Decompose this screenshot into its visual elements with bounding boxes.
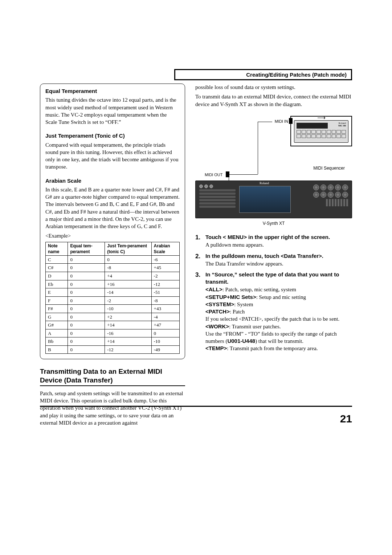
label-work: <WORK> xyxy=(205,323,229,329)
table-cell: -10 xyxy=(151,337,179,346)
midi-sequencer-device: Roland MC-80 xyxy=(294,120,348,143)
midi-sequencer-box: ⟶ Roland MC-80 xyxy=(290,116,352,146)
table-cell: G xyxy=(46,313,68,321)
table-row: E0-14-51 xyxy=(46,288,180,297)
midi-sequencer-caption: MIDI Sequencer xyxy=(313,165,345,171)
footer-rule xyxy=(40,406,352,407)
th-just: Just Tem-perament (tonic C) xyxy=(105,242,151,255)
table-cell: -6 xyxy=(151,255,179,264)
step-3-tail1: If you selected <PATCH>, specify the pat… xyxy=(205,315,352,323)
table-cell: 0 xyxy=(68,305,105,313)
sequencer-brand: Roland MC-80 xyxy=(338,122,346,127)
tuning-info-box: Equal Temperament This tuning divides th… xyxy=(40,84,185,359)
table-cell: +14 xyxy=(105,321,151,329)
synth-brand-top: Roland xyxy=(260,181,269,185)
step-3: In “Source,” select the type of data tha… xyxy=(195,271,352,352)
table-cell: -12 xyxy=(151,280,179,288)
table-cell: F# xyxy=(46,305,68,313)
table-cell: Bb xyxy=(46,337,68,346)
table-cell: +45 xyxy=(151,264,179,272)
table-cell: 0 xyxy=(68,288,105,297)
label-temp: <TEMP> xyxy=(205,345,227,351)
column-right: possible loss of sound data or system se… xyxy=(195,84,352,429)
synth-screen xyxy=(239,186,291,213)
table-cell: A xyxy=(46,329,68,337)
heading-arabian-scale: Arabian Scale xyxy=(45,177,180,185)
cable-segment xyxy=(229,174,258,175)
example-label: <Example> xyxy=(45,232,180,239)
cable-segment xyxy=(258,122,258,174)
desc-system: : System xyxy=(234,301,253,307)
midi-out-label: MIDI OUT xyxy=(205,172,223,178)
sequencer-screen xyxy=(297,123,328,129)
desc-work: : Transmit user patches. xyxy=(229,324,281,329)
table-row: D0+4-2 xyxy=(46,272,180,280)
step-2: In the pulldown menu, touch <Data Transf… xyxy=(195,252,352,268)
page-header: Creating/Editing Patches (Patch mode) xyxy=(174,69,352,80)
table-cell: 0 xyxy=(68,321,105,329)
cable-segment xyxy=(258,122,272,122)
label-all: <ALL> xyxy=(205,286,222,292)
table-cell: G# xyxy=(46,321,68,329)
table-cell: -12 xyxy=(105,345,151,354)
table-row: G0+2-4 xyxy=(46,313,180,321)
text-just-temperament: Compared with equal temperament, the pri… xyxy=(45,141,180,171)
step-1: Touch < MENU> in the upper right of the … xyxy=(195,234,352,249)
table-cell: -10 xyxy=(105,305,151,313)
table-cell: 0 xyxy=(68,329,105,337)
th-equal: Equal tem-perament xyxy=(68,242,105,255)
table-cell: -8 xyxy=(105,264,151,272)
step-3-tail2: Use the “FROM” - “TO” fields to specify … xyxy=(205,330,352,345)
v-synth-xt-device: Roland V-Synth XT xyxy=(195,181,352,218)
th-note: Note name xyxy=(46,242,68,255)
midi-in-port-icon xyxy=(289,118,293,124)
table-cell: +14 xyxy=(105,337,151,346)
text-continuation-1: possible loss of sound data or system se… xyxy=(195,84,352,91)
table-cell: 0 xyxy=(68,255,105,264)
table-cell: 0 xyxy=(68,313,105,321)
table-cell: +47 xyxy=(151,321,179,329)
page-header-title: Creating/Editing Patches (Patch mode) xyxy=(246,72,347,78)
page-number: 21 xyxy=(340,413,352,425)
table-cell: +4 xyxy=(105,272,151,280)
midi-out-port-icon xyxy=(226,171,229,177)
table-row: Bb0+14-10 xyxy=(46,337,180,346)
desc-patch: : Patch xyxy=(230,309,245,315)
table-row: B0-12-49 xyxy=(46,345,180,354)
table-cell: -4 xyxy=(151,313,179,321)
text-arabian-scale: In this scale, E and B are a quarter not… xyxy=(45,186,180,230)
table-cell: 0 xyxy=(68,296,105,305)
step-1-body: A pulldown menu appears. xyxy=(205,241,352,248)
table-cell: +2 xyxy=(105,313,151,321)
step-1-head: Touch < MENU> in the upper right of the … xyxy=(205,234,352,241)
desc-temp: : Transmit patch from the temporary area… xyxy=(227,345,318,351)
step-3-head: In “Source,” select the type of data tha… xyxy=(205,271,352,285)
table-cell: -14 xyxy=(105,288,151,297)
column-left: Equal Temperament This tuning divides th… xyxy=(40,84,185,429)
heading-just-temperament: Just Temperament (Tonic of C) xyxy=(45,132,180,139)
table-row: F#0-10+43 xyxy=(46,305,180,313)
synth-left-panel xyxy=(199,185,236,214)
heading-transmitting-data: Transmitting Data to an External MIDI De… xyxy=(40,367,185,386)
content-columns: Equal Temperament This tuning divides th… xyxy=(40,84,352,429)
desc-setup-mic: : Setup and mic setting xyxy=(256,294,306,300)
synth-right-panel xyxy=(308,185,348,214)
table-row: G#0+14+47 xyxy=(46,321,180,329)
page: Creating/Editing Patches (Patch mode) Eq… xyxy=(0,0,392,450)
table-cell: B xyxy=(46,345,68,354)
table-row: F0-2-8 xyxy=(46,296,180,305)
table-row: A0-160 xyxy=(46,329,180,337)
table-cell: -2 xyxy=(151,272,179,280)
th-arabian: Arabian Scale xyxy=(151,242,179,255)
table-cell: -49 xyxy=(151,345,179,354)
table-cell: 0 xyxy=(68,264,105,272)
table-cell: +16 xyxy=(105,280,151,288)
text-transmitting-data: Patch, setup and system settings will be… xyxy=(40,390,185,426)
text-equal-temperament: This tuning divides the octave into 12 e… xyxy=(45,96,180,126)
label-patch: <PATCH> xyxy=(205,308,230,315)
sequencer-brand-bottom: MC-80 xyxy=(338,124,346,127)
step-2-head: In the pulldown menu, touch <Data Transf… xyxy=(205,252,352,260)
table-cell: 0 xyxy=(68,337,105,346)
text-continuation-2: To transmit data to an external MIDI dev… xyxy=(195,93,352,108)
heading-equal-temperament: Equal Temperament xyxy=(45,88,180,95)
